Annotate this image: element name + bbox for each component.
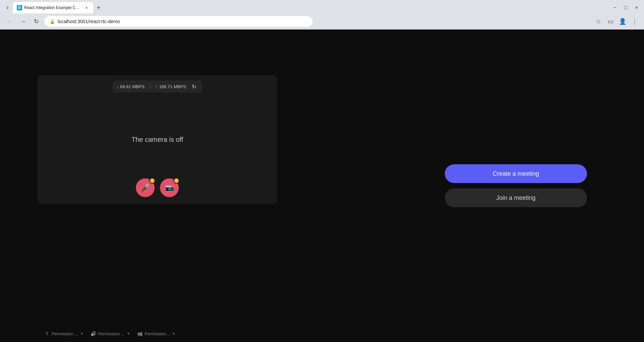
- mic-chevron-icon: ▼: [80, 332, 84, 336]
- upload-speed: 186.71 MBPS: [159, 84, 186, 89]
- url-text: localhost:3001/react-rtc-demo: [58, 19, 120, 24]
- speaker-chevron-icon: ▼: [126, 332, 130, 336]
- svg-point-1: [19, 7, 20, 8]
- mic-icon: 🎙: [45, 331, 50, 336]
- permissions-bar: 🎙 Permission ... ▼ 🔊 Permission ... ▼ 📹 …: [38, 325, 277, 342]
- reload-button[interactable]: ↻: [31, 16, 42, 27]
- tab-collapse-button[interactable]: [3, 3, 12, 12]
- camera-icon: 📹: [137, 331, 143, 336]
- stat-divider: [150, 84, 150, 89]
- join-meeting-button[interactable]: Join a meeting: [445, 188, 587, 207]
- camera-off-label: The camera is off: [131, 136, 183, 144]
- tab-favicon-icon: [17, 5, 22, 10]
- mute-badge: !: [149, 178, 155, 184]
- media-controls: 🎤 ! 📷 !: [136, 178, 179, 197]
- back-button[interactable]: ←: [4, 16, 15, 27]
- menu-button[interactable]: ⋮: [629, 16, 640, 27]
- speaker-permission-label: Permission ...: [98, 331, 125, 336]
- mute-button[interactable]: 🎤 !: [136, 178, 155, 197]
- forward-button[interactable]: →: [17, 16, 28, 27]
- sidebar-button[interactable]: ▭: [605, 16, 616, 27]
- speaker-permission-selector[interactable]: 🔊 Permission ... ▼: [87, 329, 134, 338]
- active-tab[interactable]: React Integration Example Cod... ×: [13, 2, 93, 13]
- mic-permission-selector[interactable]: 🎙 Permission ... ▼: [42, 329, 87, 338]
- new-tab-button[interactable]: +: [94, 3, 103, 12]
- video-stats-bar: ↓ 69.81 MBPS ↑ 186.71 MBPS ↻: [112, 80, 202, 93]
- camera-permission-label: Permission...: [145, 331, 170, 336]
- video-button[interactable]: 📷 !: [160, 178, 179, 197]
- video-off-icon: 📷: [165, 183, 174, 192]
- upload-arrow-icon: ↑: [156, 84, 158, 89]
- minimize-button[interactable]: −: [610, 3, 620, 12]
- maximize-button[interactable]: □: [621, 3, 631, 12]
- toolbar-right: ☆ ▭ 👤 ⋮: [593, 16, 640, 27]
- tab-title: React Integration Example Cod...: [24, 5, 82, 10]
- download-arrow-icon: ↓: [116, 84, 119, 89]
- create-meeting-button[interactable]: Create a meeting: [445, 164, 587, 183]
- title-bar: React Integration Example Cod... × + − □…: [0, 0, 644, 13]
- download-stat: ↓ 69.81 MBPS: [116, 84, 145, 89]
- camera-permission-selector[interactable]: 📹 Permission... ▼: [133, 329, 179, 338]
- camera-chevron-icon: ▼: [172, 332, 175, 336]
- profile-button[interactable]: 👤: [617, 16, 628, 27]
- tab-group: React Integration Example Cod... × +: [3, 2, 103, 13]
- right-panel: Create a meeting Join a meeting: [445, 164, 587, 207]
- speaker-icon: 🔊: [91, 331, 96, 336]
- main-content: ↓ 69.81 MBPS ↑ 186.71 MBPS ↻ The camera …: [0, 30, 644, 342]
- url-bar[interactable]: 🔒 localhost:3001/react-rtc-demo: [44, 16, 313, 27]
- browser-chrome: React Integration Example Cod... × + − □…: [0, 0, 644, 30]
- window-controls: − □ ×: [610, 3, 641, 12]
- close-window-button[interactable]: ×: [632, 3, 641, 12]
- video-badge: !: [173, 178, 179, 184]
- refresh-stats-button[interactable]: ↻: [190, 82, 198, 91]
- tab-close-button[interactable]: ×: [84, 5, 89, 10]
- bookmark-button[interactable]: ☆: [593, 16, 604, 27]
- upload-stat: ↑ 186.71 MBPS: [156, 84, 186, 89]
- mic-off-icon: 🎤: [141, 183, 150, 192]
- download-speed: 69.81 MBPS: [120, 84, 145, 89]
- video-panel: ↓ 69.81 MBPS ↑ 186.71 MBPS ↻ The camera …: [38, 75, 277, 204]
- address-bar: ← → ↻ 🔒 localhost:3001/react-rtc-demo ☆ …: [0, 13, 644, 30]
- mic-permission-label: Permission ...: [52, 331, 78, 336]
